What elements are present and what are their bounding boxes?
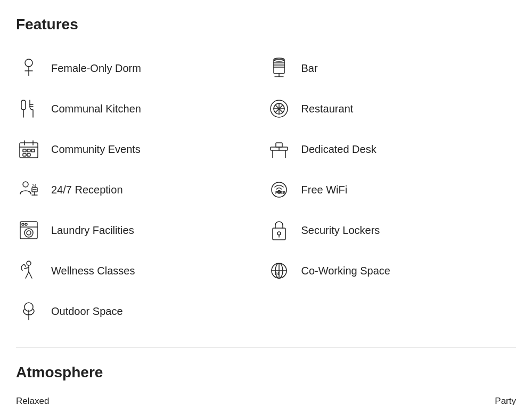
feature-label-bar: Bar (301, 62, 318, 75)
feature-item-reception: 24 24/7 Reception (16, 169, 266, 210)
feature-label-wellness: Wellness Classes (51, 265, 135, 277)
svg-point-0 (25, 59, 32, 67)
svg-rect-21 (20, 222, 37, 239)
events-icon (16, 136, 42, 162)
features-grid: Female-Only Dorm Communal Kitchen (16, 48, 516, 331)
feature-label-outdoor: Outdoor Space (51, 305, 123, 318)
feature-item-security-lockers: Security Lockers (266, 210, 517, 250)
feature-item-free-wifi: FREE Free WiFi (266, 169, 517, 210)
feature-item-communal-kitchen: Communal Kitchen (16, 88, 266, 129)
svg-rect-14 (27, 153, 30, 156)
feature-item-bar: Bar (266, 48, 517, 88)
feature-item-community-events: Community Events (16, 129, 266, 169)
svg-point-52 (277, 232, 281, 235)
feature-item-wellness: Wellness Classes (16, 250, 266, 291)
feature-label-coworking: Co-Working Space (301, 265, 390, 277)
feature-label-security-lockers: Security Lockers (301, 224, 380, 237)
atmosphere-title: Atmosphere (16, 364, 516, 381)
svg-rect-13 (23, 153, 26, 156)
feature-label-free-wifi: Free WiFi (301, 184, 348, 196)
features-right-column: Bar Restaurant (266, 48, 517, 331)
laundry-icon (16, 217, 42, 243)
feature-item-dedicated-desk: Dedicated Desk (266, 129, 517, 169)
svg-rect-10 (23, 149, 26, 152)
atmosphere-label-party: Party (495, 396, 516, 405)
feature-label-reception: 24/7 Reception (51, 184, 123, 196)
feature-item-outdoor: Outdoor Space (16, 291, 266, 331)
desk-icon (266, 136, 292, 162)
restaurant-icon (266, 96, 292, 122)
svg-rect-32 (274, 60, 284, 74)
svg-point-15 (23, 182, 28, 187)
svg-point-24 (27, 231, 31, 235)
feature-label-laundry: Laundry Facilities (51, 224, 134, 237)
feature-label-female-dorm: Female-Only Dorm (51, 62, 141, 75)
svg-point-27 (27, 261, 31, 265)
atmosphere-label-relaxed: Relaxed (16, 396, 49, 405)
svg-point-48 (272, 182, 287, 197)
atmosphere-section: Atmosphere Relaxed Party (16, 364, 516, 405)
svg-point-26 (25, 223, 27, 225)
bar-icon (266, 55, 292, 81)
outdoor-icon (16, 298, 42, 324)
kitchen-icon (16, 96, 42, 122)
svg-point-25 (22, 223, 24, 225)
feature-label-restaurant: Restaurant (301, 103, 354, 115)
feature-label-community-events: Community Events (51, 143, 141, 156)
features-title: Features (16, 16, 516, 33)
svg-rect-12 (31, 149, 35, 152)
locker-icon (266, 217, 292, 243)
reception-icon: 24 (16, 177, 42, 203)
svg-text:24: 24 (275, 272, 279, 276)
svg-point-23 (24, 229, 33, 237)
feature-item-laundry: Laundry Facilities (16, 210, 266, 250)
svg-rect-11 (27, 149, 30, 152)
atmosphere-labels: Relaxed Party (16, 396, 516, 405)
svg-line-29 (24, 268, 29, 269)
svg-rect-6 (20, 143, 38, 158)
section-divider (16, 347, 516, 348)
svg-text:24: 24 (32, 184, 36, 188)
wifi-icon: FREE (266, 177, 292, 203)
feature-label-communal-kitchen: Communal Kitchen (51, 103, 141, 115)
features-left-column: Female-Only Dorm Communal Kitchen (16, 48, 266, 331)
feature-item-restaurant: Restaurant (266, 88, 517, 129)
feature-item-coworking: 24 Co-Working Space (266, 250, 517, 291)
feature-item-female-dorm: Female-Only Dorm (16, 48, 266, 88)
feature-label-dedicated-desk: Dedicated Desk (301, 143, 377, 156)
svg-rect-46 (276, 143, 282, 147)
coworking-icon: 24 (266, 258, 292, 284)
svg-rect-51 (273, 228, 285, 240)
wellness-icon (16, 258, 42, 284)
svg-text:FREE: FREE (275, 191, 285, 195)
female-only-icon (16, 55, 42, 81)
